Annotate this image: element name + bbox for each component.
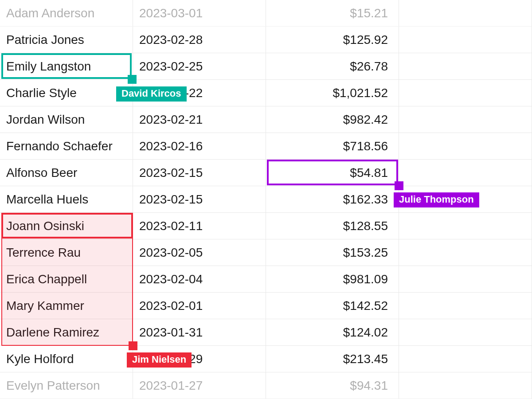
spreadsheet-grid[interactable]: Adam Anderson 2023-03-01 $15.21 Patricia… <box>0 0 532 399</box>
cell-date[interactable]: 2023-02-25 <box>133 53 266 79</box>
table-row[interactable]: Mary Kammer 2023-02-01 $142.52 <box>0 293 532 319</box>
cell-name[interactable]: Emily Langston <box>0 53 133 79</box>
cell-name[interactable]: Patricia Jones <box>0 27 133 53</box>
cell-empty[interactable] <box>399 106 532 133</box>
table-row[interactable]: Darlene Ramirez 2023-01-31 $124.02 <box>0 319 532 346</box>
table-row[interactable]: Patricia Jones 2023-02-28 $125.92 <box>0 27 532 53</box>
cell-date[interactable]: 2023-03-01 <box>133 0 266 26</box>
cell-empty[interactable] <box>399 133 532 159</box>
cell-name[interactable]: Charlie Style <box>0 80 133 106</box>
cell-name[interactable]: Kyle Holford <box>0 346 133 372</box>
cell-amount[interactable]: $54.81 <box>266 160 399 186</box>
cell-amount[interactable]: $15.21 <box>266 0 399 26</box>
table-row[interactable]: Charlie Style 2023-02-22 $1,021.52 <box>0 80 532 106</box>
cell-date[interactable]: 2023-02-04 <box>133 266 266 292</box>
cell-empty[interactable] <box>399 319 532 345</box>
cell-date[interactable]: 2023-02-05 <box>133 239 266 266</box>
cell-empty[interactable] <box>399 293 532 319</box>
table-row[interactable]: Fernando Schaefer 2023-02-16 $718.56 <box>0 133 532 160</box>
cell-empty[interactable] <box>399 186 532 212</box>
table-row[interactable]: Terrence Rau 2023-02-05 $153.25 <box>0 239 532 266</box>
table-row[interactable]: Evelyn Patterson 2023-01-27 $94.31 <box>0 372 532 399</box>
cell-date[interactable]: 2023-02-15 <box>133 160 266 186</box>
cell-name[interactable]: Jordan Wilson <box>0 106 133 133</box>
cell-empty[interactable] <box>399 346 532 372</box>
cell-amount[interactable]: $213.45 <box>266 346 399 372</box>
table-row[interactable]: Marcella Huels 2023-02-15 $162.33 <box>0 186 532 213</box>
cell-date[interactable]: 2023-02-11 <box>133 213 266 239</box>
cell-amount[interactable]: $125.92 <box>266 27 399 53</box>
table-row[interactable]: Kyle Holford 2023-01-29 $213.45 <box>0 346 532 372</box>
cell-name[interactable]: Joann Osinski <box>0 213 133 239</box>
cell-amount[interactable]: $153.25 <box>266 239 399 266</box>
cell-name[interactable]: Fernando Schaefer <box>0 133 133 159</box>
cell-amount[interactable]: $162.33 <box>266 186 399 212</box>
cell-date[interactable]: 2023-02-16 <box>133 133 266 159</box>
table-row[interactable]: Adam Anderson 2023-03-01 $15.21 <box>0 0 532 27</box>
cell-amount[interactable]: $1,021.52 <box>266 80 399 106</box>
cell-name[interactable]: Evelyn Patterson <box>0 372 133 399</box>
cell-amount[interactable]: $718.56 <box>266 133 399 159</box>
cell-date[interactable]: 2023-01-29 <box>133 346 266 372</box>
cell-name[interactable]: Terrence Rau <box>0 239 133 266</box>
cell-empty[interactable] <box>399 80 532 106</box>
cell-amount[interactable]: $94.31 <box>266 372 399 399</box>
cell-amount[interactable]: $124.02 <box>266 319 399 345</box>
cell-empty[interactable] <box>399 53 532 79</box>
table-row[interactable]: Emily Langston 2023-02-25 $26.78 <box>0 53 532 80</box>
cell-name[interactable]: Adam Anderson <box>0 0 133 26</box>
table-row[interactable]: Alfonso Beer 2023-02-15 $54.81 <box>0 160 532 186</box>
table-row[interactable]: Jordan Wilson 2023-02-21 $982.42 <box>0 106 532 133</box>
table-row[interactable]: Erica Chappell 2023-02-04 $981.09 <box>0 266 532 293</box>
cell-name[interactable]: Alfonso Beer <box>0 160 133 186</box>
cell-date[interactable]: 2023-02-22 <box>133 80 266 106</box>
cell-date[interactable]: 2023-01-31 <box>133 319 266 345</box>
cell-empty[interactable] <box>399 213 532 239</box>
cell-empty[interactable] <box>399 266 532 292</box>
cell-empty[interactable] <box>399 160 532 186</box>
cell-amount[interactable]: $26.78 <box>266 53 399 79</box>
cell-amount[interactable]: $981.09 <box>266 266 399 292</box>
cell-name[interactable]: Marcella Huels <box>0 186 133 212</box>
cell-empty[interactable] <box>399 0 532 26</box>
cell-amount[interactable]: $982.42 <box>266 106 399 133</box>
cell-date[interactable]: 2023-02-15 <box>133 186 266 212</box>
cell-empty[interactable] <box>399 239 532 266</box>
cell-date[interactable]: 2023-01-27 <box>133 372 266 399</box>
cell-date[interactable]: 2023-02-28 <box>133 27 266 53</box>
cell-name[interactable]: Erica Chappell <box>0 266 133 292</box>
cell-empty[interactable] <box>399 27 532 53</box>
cell-date[interactable]: 2023-02-01 <box>133 293 266 319</box>
cell-amount[interactable]: $128.55 <box>266 213 399 239</box>
cell-name[interactable]: Mary Kammer <box>0 293 133 319</box>
table-row[interactable]: Joann Osinski 2023-02-11 $128.55 <box>0 213 532 239</box>
cell-date[interactable]: 2023-02-21 <box>133 106 266 133</box>
cell-amount[interactable]: $142.52 <box>266 293 399 319</box>
cell-name[interactable]: Darlene Ramirez <box>0 319 133 345</box>
cell-empty[interactable] <box>399 372 532 399</box>
